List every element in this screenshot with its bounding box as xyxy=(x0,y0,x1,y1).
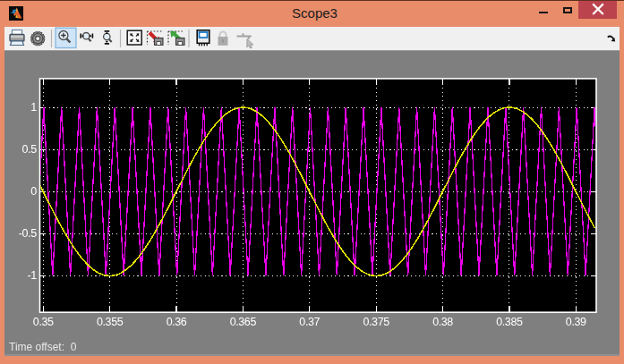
svg-text:0.365: 0.365 xyxy=(230,316,257,328)
svg-text:1: 1 xyxy=(30,101,37,114)
svg-text:0.39: 0.39 xyxy=(566,316,586,328)
svg-text:0.36: 0.36 xyxy=(167,316,187,328)
svg-text:0.385: 0.385 xyxy=(496,316,523,328)
svg-text:0.38: 0.38 xyxy=(432,316,453,328)
svg-text:-1: -1 xyxy=(27,269,37,282)
svg-text:0.37: 0.37 xyxy=(299,316,320,328)
svg-text:0.35: 0.35 xyxy=(33,316,54,328)
svg-text:0.355: 0.355 xyxy=(97,316,124,328)
svg-text:0.5: 0.5 xyxy=(22,143,38,156)
svg-text:0: 0 xyxy=(30,185,37,198)
svg-text:-0.5: -0.5 xyxy=(19,227,37,240)
svg-text:0.375: 0.375 xyxy=(363,316,389,328)
